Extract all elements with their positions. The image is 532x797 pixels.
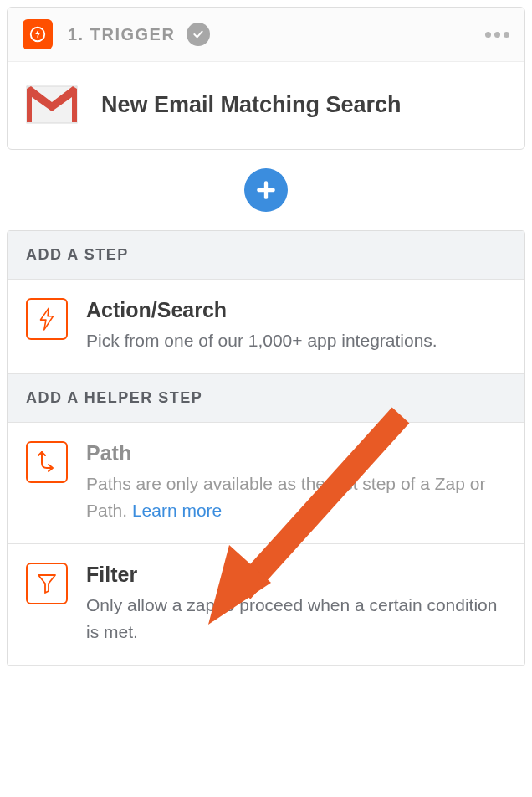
trigger-step-label: 1. TRIGGER [68,25,175,44]
step-path-desc: Paths are only available as the last ste… [86,470,506,525]
check-icon [187,23,210,46]
lightning-icon [26,298,68,340]
step-filter[interactable]: Filter Only allow a zap to proceed when … [8,544,524,666]
learn-more-link[interactable]: Learn more [132,501,222,520]
add-helper-header: ADD A HELPER STEP [8,374,524,423]
step-action-desc: Pick from one of our 1,000+ app integrat… [86,327,506,355]
step-filter-desc: Only allow a zap to proceed when a certa… [86,592,506,646]
step-path[interactable]: Path Paths are only available as the las… [8,423,524,544]
gmail-icon [26,85,78,124]
steps-panel: ADD A STEP Action/Search Pick from one o… [7,230,525,666]
add-button-wrap [7,150,525,230]
trigger-title: New Email Matching Search [101,92,402,118]
funnel-icon [26,563,68,604]
add-step-header: ADD A STEP [8,231,524,280]
path-icon [26,441,68,483]
step-action-search[interactable]: Action/Search Pick from one of our 1,000… [8,280,524,374]
step-action-title: Action/Search [86,298,506,322]
zapier-app-icon [23,19,53,49]
step-path-title: Path [86,441,506,465]
step-filter-title: Filter [86,563,506,587]
trigger-card: 1. TRIGGER New Email Matching Search [7,7,525,150]
trigger-body[interactable]: New Email Matching Search [8,62,524,149]
add-step-button[interactable] [244,168,288,212]
trigger-header: 1. TRIGGER [8,8,524,62]
more-menu-button[interactable] [485,32,509,38]
